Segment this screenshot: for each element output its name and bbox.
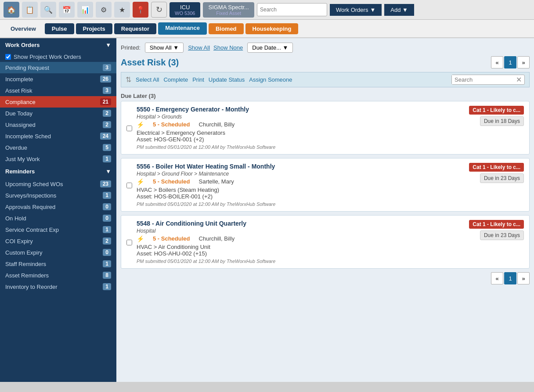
wo-pm-5556: PM submitted 05/01/2020 at 12:00 AM by T… [137, 201, 454, 207]
tab-requestor[interactable]: Requestor [114, 23, 156, 34]
wo-title-5556[interactable]: 5556 - Boiler Hot Water Heating Small - … [137, 163, 454, 170]
current-page-button[interactable]: 1 [504, 56, 516, 68]
next-page-button[interactable]: » [517, 56, 530, 68]
sidebar-item-overdue[interactable]: Overdue 5 [0, 142, 116, 153]
wo-checkbox-5548[interactable] [126, 221, 132, 264]
wo-pm-5550: PM submitted 05/01/2020 at 12:00 AM by T… [137, 144, 454, 150]
prev-page-button[interactable]: « [491, 56, 503, 68]
wo-location-5556: Hospital > Ground Floor > Maintenance [137, 171, 454, 177]
clear-search-icon[interactable]: ✕ [513, 76, 524, 84]
show-all-dropdown[interactable]: Show All ▼ [145, 43, 184, 53]
wo-asset-5556: Asset: HOS-BOILER-001 (+2) [137, 193, 454, 200]
nav-tabs: Overview Pulse Projects Requestor Mainte… [0, 20, 534, 38]
reminders-section-header: Reminders ▼ [0, 165, 116, 178]
current-page-bottom-button[interactable]: 1 [504, 272, 516, 284]
wo-body-5550: 5550 - Emergency Generator - Monthly Hos… [137, 106, 454, 150]
complete-link[interactable]: Complete [163, 76, 188, 83]
printed-bar: Printed: Show All ▼ Show All Show None D… [121, 43, 530, 53]
sidebar-item-pending-request[interactable]: Pending Request 3 [0, 62, 116, 73]
wo-body-5556: 5556 - Boiler Hot Water Heating Small - … [137, 163, 454, 207]
lightning-icon-5556: ⚡ [137, 178, 144, 185]
sidebar-item-due-today[interactable]: Due Today 2 [0, 108, 116, 119]
pagination-bottom: « 1 » [491, 272, 530, 284]
tab-biomed[interactable]: Biomed [209, 23, 244, 34]
show-none-link[interactable]: Show None [213, 44, 243, 51]
show-project-work-orders-row[interactable]: Show Project Work Orders [0, 52, 116, 62]
due-later-label: Due Later (3) [121, 91, 530, 101]
sidebar-item-service-contract[interactable]: Service Contract Exp 1 [0, 224, 116, 235]
wo-priority-5556: 5 - Scheduled [153, 178, 190, 185]
wo-checkbox-5556[interactable] [126, 164, 132, 207]
tab-projects[interactable]: Projects [76, 23, 112, 34]
sidebar-item-incomplete-sched[interactable]: Incomplete Sched 24 [0, 130, 116, 142]
sidebar-item-incomplete[interactable]: Incomplete 26 [0, 73, 116, 85]
tab-pulse[interactable]: Pulse [45, 23, 74, 34]
content-area: Printed: Show All ▼ Show All Show None D… [116, 38, 534, 382]
sidebar-item-unassigned[interactable]: Unassigned 2 [0, 119, 116, 130]
show-project-checkbox[interactable] [5, 54, 11, 60]
sigma-tab[interactable]: SIGMA Spectr... Fixed Asset [203, 2, 254, 18]
calendar-icon[interactable]: 📅 [59, 2, 75, 18]
sidebar-item-staff-reminders[interactable]: Staff Reminders 1 [0, 258, 116, 270]
main-layout: Work Orders ▼ Show Project Work Orders P… [0, 38, 534, 382]
work-orders-section-header: Work Orders ▼ [0, 38, 116, 52]
home-icon[interactable]: 🏠 [4, 2, 19, 18]
add-button[interactable]: Add ▼ [384, 4, 414, 16]
tab-maintenance[interactable]: Maintenance [158, 22, 207, 35]
show-all-link[interactable]: Show All [188, 44, 210, 51]
sidebar-item-coi-expiry[interactable]: COI Expiry 2 [0, 235, 116, 247]
refresh-icon[interactable]: ↻ [151, 2, 167, 18]
chart-icon[interactable]: 📊 [77, 2, 93, 18]
lightning-icon-5550: ⚡ [137, 121, 144, 128]
wo-body-5548: 5548 - Air Conditioning Unit Quarterly H… [137, 220, 454, 264]
due-badge-5550: Due in 18 Days [480, 116, 524, 126]
sidebar-item-inventory[interactable]: Inventory to Reorder 1 [0, 281, 116, 292]
sidebar-item-surveys[interactable]: Surveys/Inspections 1 [0, 190, 116, 201]
wo-title-5548[interactable]: 5548 - Air Conditioning Unit Quarterly [137, 220, 454, 227]
top-bar: 🏠 📋 🔍 📅 📊 ⚙ ★ 📍 ↻ ICU WO 5306 SIGMA Spec… [0, 0, 534, 20]
work-orders-button[interactable]: Work Orders ▼ [330, 4, 382, 16]
cat-badge-5556: Cat 1 - Likely to c... [469, 163, 524, 172]
top-search-input[interactable] [257, 3, 327, 16]
wo-assignee-5550: Churchill, Billy [199, 121, 235, 128]
wo-location-5550: Hospital > Grounds [137, 114, 454, 120]
tab-housekeeping[interactable]: Housekeeping [245, 23, 299, 34]
prev-page-bottom-button[interactable]: « [491, 272, 503, 284]
wo-asset-5548: Asset: HOS-AHU-002 (+15) [137, 250, 454, 257]
settings-icon[interactable]: ⚙ [96, 2, 112, 18]
sidebar-item-compliance[interactable]: Compliance 21 [0, 96, 116, 108]
wo-card-5550: 5550 - Emergency Generator - Monthly Hos… [121, 101, 530, 155]
wo-category-5556: HVAC > Boilers (Steam Heating) [137, 187, 454, 193]
wo-title-5550[interactable]: 5550 - Emergency Generator - Monthly [137, 106, 454, 113]
wo-priority-5548: 5 - Scheduled [153, 235, 190, 242]
wo-badges-5556: Cat 1 - Likely to c... Due in 23 Days [458, 163, 524, 207]
wo-priority-5550: 5 - Scheduled [153, 121, 190, 128]
location-icon[interactable]: 📍 [133, 2, 148, 18]
sidebar-item-approvals[interactable]: Approvals Required 0 [0, 201, 116, 212]
tab-overview[interactable]: Overview [4, 23, 43, 34]
sidebar-item-asset-reminders[interactable]: Asset Reminders 8 [0, 270, 116, 281]
sidebar-item-on-hold[interactable]: On Hold 0 [0, 212, 116, 224]
sidebar-item-just-my-work[interactable]: Just My Work 1 [0, 153, 116, 165]
sidebar-item-custom-expiry[interactable]: Custom Expiry 0 [0, 247, 116, 258]
due-date-button[interactable]: Due Date... ▼ [247, 43, 293, 53]
wo-location-5548: Hospital [137, 228, 454, 234]
toolbar-search-input[interactable] [452, 75, 513, 84]
star-icon[interactable]: ★ [114, 2, 130, 18]
wo-asset-5550: Asset: HOS-GEN-001 (+2) [137, 136, 454, 143]
toolbar: ⇅ Select All Complete Print Update Statu… [121, 72, 530, 87]
update-status-link[interactable]: Update Status [209, 76, 245, 83]
clipboard-icon[interactable]: 📋 [22, 2, 38, 18]
wo-assignee-5548: Churchill, Billy [199, 235, 235, 242]
sidebar-item-asset-risk[interactable]: Asset Risk 3 [0, 85, 116, 96]
select-all-link[interactable]: Select All [136, 76, 159, 83]
sidebar-item-upcoming-sched[interactable]: Upcoming Sched WOs 23 [0, 178, 116, 190]
icu-tab[interactable]: ICU WO 5306 [170, 2, 200, 18]
next-page-bottom-button[interactable]: » [517, 272, 530, 284]
print-link[interactable]: Print [192, 76, 204, 83]
assign-someone-link[interactable]: Assign Someone [249, 76, 292, 83]
cat-badge-5548: Cat 1 - Likely to c... [469, 220, 524, 229]
sort-icon: ⇅ [126, 76, 131, 84]
search-icon[interactable]: 🔍 [40, 2, 56, 18]
wo-checkbox-5550[interactable] [126, 107, 132, 150]
